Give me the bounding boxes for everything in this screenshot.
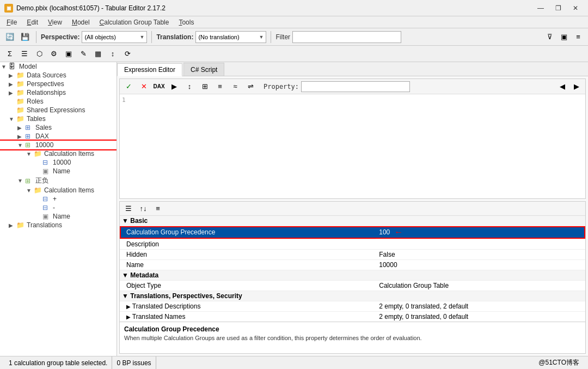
- sum-icon[interactable]: Σ: [3, 47, 16, 61]
- prop-row-description[interactable]: Description: [120, 239, 585, 249]
- hex-icon[interactable]: ⬡: [33, 47, 46, 61]
- translation-combo[interactable]: (No translation) ▼: [195, 31, 266, 43]
- toolbar-icon-2[interactable]: 💾: [19, 31, 32, 44]
- toggle-trans: ▶: [9, 222, 16, 228]
- translation-label: Translation:: [156, 33, 193, 41]
- prop-row-calc-group-precedence[interactable]: Calculation Group Precedence 100 ←: [120, 226, 585, 239]
- expr-insert-btn[interactable]: ⊞: [198, 80, 211, 93]
- tree-label-model: Model: [19, 63, 37, 70]
- menu-file[interactable]: File: [2, 17, 21, 27]
- table-icon-dax: ⊞: [25, 132, 34, 140]
- tree-label-calc-items: Calculation Items: [44, 150, 94, 158]
- tree-label-10000: 10000: [35, 141, 53, 149]
- prop-value-hidden: False: [376, 249, 585, 259]
- window-title: Demo.pbix (localhost:61057) - Tabular Ed…: [16, 4, 166, 12]
- tree-label-minus: -: [53, 204, 55, 211]
- filter-input[interactable]: [292, 31, 401, 43]
- window-controls: — ❐ ✕: [532, 3, 584, 14]
- expression-content[interactable]: 1: [120, 94, 585, 198]
- expr-expand-btn[interactable]: ↕: [183, 80, 196, 93]
- secondary-toolbar: Σ ☰ ⬡ ⚙ ▣ ✎ ▦ ↕ ⟳: [0, 46, 588, 62]
- tree-item-zhengfu[interactable]: ▼ ⊞ 正负: [0, 176, 117, 186]
- restore-button[interactable]: ❐: [550, 3, 566, 14]
- expr-reject-btn[interactable]: ✕: [137, 80, 150, 93]
- section-toggle-basic[interactable]: ▼: [122, 217, 130, 225]
- menu-tools[interactable]: Tools: [174, 17, 198, 27]
- app-icon: ▣: [4, 4, 13, 13]
- prop-row-name[interactable]: Name 10000: [120, 259, 585, 270]
- expr-back-btn[interactable]: ◀: [556, 80, 569, 93]
- expr-dax-btn[interactable]: DAX: [152, 80, 166, 93]
- tree-item-perspectives[interactable]: ▶ 📁 Perspectives: [0, 80, 117, 88]
- perspective-combo[interactable]: (All objects) ▼: [82, 31, 147, 43]
- tree-item-relationships[interactable]: ▶ 📁 Relationships: [0, 88, 117, 97]
- expr-forward-btn[interactable]: ▶: [570, 80, 583, 93]
- section-header-basic: ▼ Basic: [120, 216, 585, 226]
- edit-icon[interactable]: ✎: [77, 47, 90, 61]
- tree-item-dax[interactable]: ▶ ⊞ DAX: [0, 132, 117, 141]
- td-expand[interactable]: ▶: [126, 304, 132, 310]
- tree-item-roles[interactable]: 📁 Roles: [0, 97, 117, 106]
- close-button[interactable]: ✕: [567, 3, 584, 14]
- view-icon-1[interactable]: ▣: [558, 31, 571, 44]
- tree-label-zhengfu: 正负: [35, 176, 48, 185]
- title-bar: ▣ Demo.pbix (localhost:61057) - Tabular …: [0, 0, 588, 16]
- expr-run-btn[interactable]: ▶: [168, 80, 181, 93]
- list-icon[interactable]: ☰: [18, 47, 31, 61]
- description-area: Calculation Group Precedence When multip…: [120, 322, 585, 349]
- tree-item-name1[interactable]: ▣ Name: [0, 167, 117, 176]
- property-combo[interactable]: [301, 81, 410, 92]
- tree-item-name2[interactable]: ▣ Name: [0, 212, 117, 221]
- filter-icon[interactable]: ⊽: [543, 31, 556, 44]
- expr-wrap-btn[interactable]: ≈: [229, 80, 242, 93]
- prop-row-translated-names[interactable]: ▶ Translated Names 2 empty, 0 translated…: [120, 311, 585, 322]
- prop-row-hidden[interactable]: Hidden False: [120, 249, 585, 259]
- property-area: Property:: [264, 81, 410, 92]
- refresh-icon[interactable]: ⟳: [121, 47, 134, 61]
- tree-item-calc-items[interactable]: ▼ 📁 Calculation Items: [0, 149, 117, 158]
- tab-expression-editor[interactable]: Expression Editor: [117, 63, 182, 76]
- tree-item-shared-expr[interactable]: 📁 Shared Expressions: [0, 106, 117, 114]
- tree-item-translations[interactable]: ▶ 📁 Translations: [0, 221, 117, 229]
- tree-item-tables[interactable]: ▼ 📁 Tables: [0, 114, 117, 123]
- prop-label-tn: ▶ Translated Names: [120, 311, 376, 322]
- toggle-sales: ▶: [17, 125, 25, 131]
- section-label-metadata: Metadata: [130, 271, 158, 279]
- section-toggle-metadata[interactable]: ▼: [122, 271, 130, 279]
- menu-model[interactable]: Model: [68, 17, 94, 27]
- tree-panel: ▼ 🗄 Model ▶ 📁 Data Sources ▶ 📁 Perspecti…: [0, 62, 117, 356]
- expr-align-btn[interactable]: ≡: [213, 80, 226, 93]
- prop-icon-2[interactable]: ↑↓: [137, 202, 150, 215]
- expr-accept-btn[interactable]: ✓: [122, 80, 135, 93]
- prop-row-object-type[interactable]: Object Type Calculation Group Table: [120, 280, 585, 291]
- menu-view[interactable]: View: [44, 17, 66, 27]
- tn-expand[interactable]: ▶: [126, 314, 132, 320]
- expr-sync-btn[interactable]: ⇌: [244, 80, 257, 93]
- section-toggle-tps[interactable]: ▼: [122, 292, 130, 300]
- minimize-button[interactable]: —: [532, 3, 549, 14]
- toggle-ci2: ▼: [26, 187, 34, 193]
- tree-item-sales[interactable]: ▶ ⊞ Sales: [0, 123, 117, 132]
- prop-icon-1[interactable]: ☰: [122, 202, 135, 215]
- tree-item-10000[interactable]: ▼ ⊞ 10000: [0, 141, 117, 149]
- grid-icon[interactable]: ▣: [62, 47, 75, 61]
- expression-toolbar: ✓ ✕ DAX ▶ ↕ ⊞ ≡ ≈ ⇌ Property: ◀ ▶: [120, 79, 585, 94]
- menu-edit[interactable]: Edit: [22, 17, 42, 27]
- gear-icon[interactable]: ⚙: [47, 47, 60, 61]
- tree-label-perspectives: Perspectives: [27, 80, 64, 88]
- tree-item-minus[interactable]: ⊟ -: [0, 203, 117, 212]
- menu-calc-group[interactable]: Calculation Group Table: [95, 17, 174, 27]
- view-icon-2[interactable]: ≡: [572, 31, 585, 44]
- toolbar-icon-1[interactable]: 🔄: [3, 31, 16, 44]
- table-icon[interactable]: ▦: [91, 47, 105, 61]
- tab-csharp-script[interactable]: C# Script: [183, 63, 224, 76]
- tree-item-plus[interactable]: ⊟ +: [0, 195, 117, 203]
- tree-item-datasources[interactable]: ▶ 📁 Data Sources: [0, 71, 117, 80]
- prop-icon-3[interactable]: ≡: [151, 202, 164, 215]
- prop-row-translated-descriptions[interactable]: ▶ Translated Descriptions 2 empty, 0 tra…: [120, 301, 585, 311]
- tree-item-10000-child[interactable]: ⊟ 10000: [0, 158, 117, 167]
- sort-icon[interactable]: ↕: [106, 47, 119, 61]
- tree-item-calc-items2[interactable]: ▼ 📁 Calculation Items: [0, 186, 117, 195]
- cgp-value: 100: [379, 228, 390, 236]
- tree-item-model[interactable]: ▼ 🗄 Model: [0, 62, 117, 71]
